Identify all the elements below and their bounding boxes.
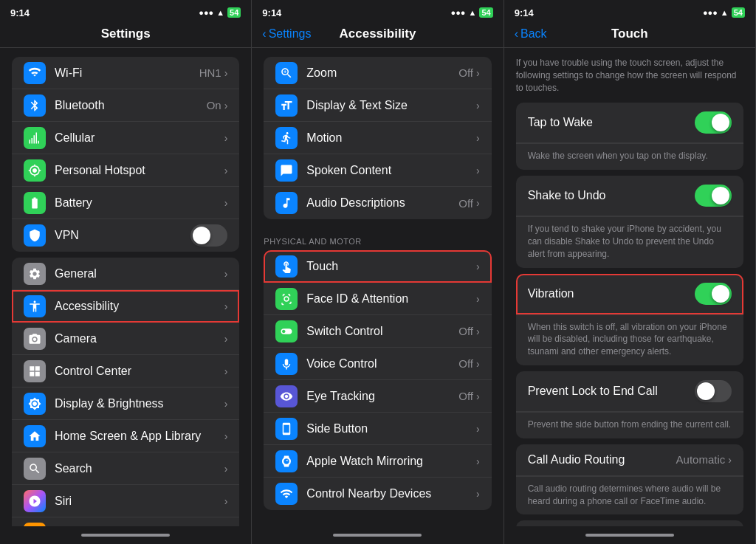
settings-row-search[interactable]: Search › bbox=[12, 452, 239, 485]
settings-row-cellular[interactable]: Cellular › bbox=[12, 122, 239, 154]
accessibility-scroll[interactable]: Zoom Off › Display & Text Size › bbox=[252, 48, 503, 526]
settings-row-bluetooth[interactable]: Bluetooth On › bbox=[12, 89, 239, 122]
settings-group-1: Wi-Fi HN1 › Bluetooth On › bbox=[0, 57, 251, 252]
settings-row-faceid[interactable]: Face ID & Attention › bbox=[264, 283, 491, 315]
vision-group: Zoom Off › Display & Text Size › bbox=[252, 57, 503, 219]
settings-row-siri[interactable]: Siri › bbox=[12, 485, 239, 517]
displaybright-label: Display & Brightness bbox=[55, 397, 164, 410]
settings-row-switchcontrol[interactable]: Switch Control Off › bbox=[264, 315, 491, 348]
panel-settings: 9:14 ●●● ▲ 54 Settings Wi-Fi HN1 › bbox=[0, 0, 252, 544]
tap-to-wake-group: Tap to Wake Wake the screen when you tap… bbox=[504, 103, 755, 170]
general-row-content: General › bbox=[55, 267, 227, 280]
wifi-value: HN1 › bbox=[199, 66, 228, 79]
back-button-3[interactable]: ‹ Back bbox=[515, 27, 547, 41]
settings-row-accessibility[interactable]: Accessibility › bbox=[12, 290, 239, 323]
settings-row-displaybright[interactable]: Display & Brightness › bbox=[12, 388, 239, 420]
tap-to-wake-row: Tap to Wake bbox=[516, 103, 743, 143]
settings-row-watchmirroring[interactable]: Apple Watch Mirroring › bbox=[264, 445, 491, 478]
settings-row-camera[interactable]: Camera › bbox=[12, 323, 239, 355]
cellular-row-content: Cellular › bbox=[55, 131, 227, 145]
tap-to-wake-label: Tap to Wake bbox=[528, 116, 593, 129]
settings-row-touch[interactable]: Touch › bbox=[264, 250, 491, 283]
page-title-2: Accessibility bbox=[340, 27, 416, 41]
wifi-icon: ▲ bbox=[216, 8, 224, 17]
search-icon-row bbox=[24, 458, 46, 480]
vibration-toggle[interactable] bbox=[695, 283, 732, 305]
settings-row-battery[interactable]: Battery › bbox=[12, 187, 239, 219]
shake-undo-toggle[interactable] bbox=[695, 185, 732, 207]
sidebutton-label: Side Button bbox=[306, 422, 368, 435]
faceid-icon-row bbox=[275, 288, 298, 310]
settings-row-voicecontrol[interactable]: Voice Control Off › bbox=[264, 348, 491, 380]
settings-row-spoken[interactable]: Spoken Content › bbox=[264, 154, 491, 187]
watchmirroring-label: Apple Watch Mirroring bbox=[306, 455, 423, 468]
callaudio-row[interactable]: Call Audio Routing Automatic › bbox=[516, 444, 743, 476]
wifi-icon-row bbox=[24, 62, 46, 84]
physical-motor-group: Touch › Face ID & Attention › bbox=[252, 250, 503, 510]
settings-row-general[interactable]: General › bbox=[12, 258, 239, 290]
back-button-2[interactable]: ‹ Settings bbox=[262, 27, 311, 41]
settings-row-zoom[interactable]: Zoom Off › bbox=[264, 57, 491, 89]
tap-to-wake-toggle[interactable] bbox=[695, 111, 732, 134]
watchmirroring-icon-row bbox=[275, 450, 298, 472]
eyetracking-icon-row bbox=[275, 385, 298, 407]
settings-row-sidebutton[interactable]: Side Button › bbox=[264, 413, 491, 445]
page-title-3: Touch bbox=[611, 27, 648, 41]
settings-row-standby[interactable]: StandBy › bbox=[12, 517, 239, 526]
preventlock-description: Prevent the side button from ending the … bbox=[516, 412, 743, 438]
settings-row-eyetracking[interactable]: Eye Tracking Off › bbox=[264, 380, 491, 413]
spoken-label: Spoken Content bbox=[306, 164, 391, 177]
displaytext-icon-row bbox=[275, 94, 298, 117]
switchcontrol-icon-row bbox=[275, 320, 298, 342]
status-icons-1: ●●● ▲ 54 bbox=[199, 7, 241, 18]
nav-header-2: ‹ Settings Accessibility bbox=[252, 24, 503, 47]
status-time-2: 9:14 bbox=[262, 7, 281, 18]
status-bar-1: 9:14 ●●● ▲ 54 bbox=[0, 0, 251, 24]
shake-undo-row: Shake to Undo bbox=[516, 176, 743, 216]
controlnearby-label: Control Nearby Devices bbox=[306, 487, 431, 500]
backtap-row[interactable]: Back Tap Off › bbox=[516, 520, 743, 526]
settings-row-audiodesc[interactable]: Audio Descriptions Off › bbox=[264, 187, 491, 219]
touch-scroll[interactable]: If you have trouble using the touch scre… bbox=[504, 48, 755, 526]
nav-header-1: Settings bbox=[0, 24, 251, 47]
zoom-icon-row bbox=[275, 62, 298, 84]
signal-icon-3: ●●● bbox=[703, 8, 718, 17]
back-label-3: Back bbox=[520, 27, 547, 41]
battery-badge-1: 54 bbox=[227, 7, 241, 18]
general-icon-row bbox=[24, 263, 46, 285]
settings-row-motion[interactable]: Motion › bbox=[264, 122, 491, 154]
cellular-icon-row bbox=[24, 127, 46, 149]
audiodesc-icon-row bbox=[275, 192, 298, 214]
settings-row-controlnearby[interactable]: Control Nearby Devices › bbox=[264, 478, 491, 510]
backtap-group: Back Tap Off › Double or triple tap on t… bbox=[504, 520, 755, 526]
settings-row-hotspot[interactable]: Personal Hotspot › bbox=[12, 154, 239, 187]
status-time-1: 9:14 bbox=[10, 7, 30, 18]
settings-row-wifi[interactable]: Wi-Fi HN1 › bbox=[12, 57, 239, 89]
preventlock-row: Prevent Lock to End Call bbox=[516, 371, 743, 412]
physical-motor-label: PHYSICAL AND MOTOR bbox=[252, 225, 503, 250]
vpn-toggle[interactable] bbox=[190, 224, 227, 247]
faceid-label: Face ID & Attention bbox=[306, 292, 408, 306]
settings-row-controlcenter[interactable]: Control Center › bbox=[12, 355, 239, 388]
preventlock-toggle[interactable] bbox=[695, 380, 732, 402]
back-chevron-3: ‹ bbox=[515, 27, 518, 41]
settings-row-homescreen[interactable]: Home Screen & App Library › bbox=[12, 420, 239, 452]
battery-badge-2: 54 bbox=[479, 7, 492, 18]
camera-label: Camera bbox=[55, 332, 97, 345]
settings-row-displaytext[interactable]: Display & Text Size › bbox=[264, 89, 491, 122]
accessibility-row-content: Accessibility › bbox=[55, 300, 227, 313]
settings-group-2: General › Accessibility › bbox=[0, 258, 251, 526]
preventlock-label: Prevent Lock to End Call bbox=[528, 385, 658, 398]
wifi-label: Wi-Fi bbox=[55, 66, 82, 80]
accessibility-icon-row bbox=[24, 295, 46, 317]
status-time-3: 9:14 bbox=[515, 7, 534, 18]
panel-accessibility: 9:14 ●●● ▲ 54 ‹ Settings Accessibility Z… bbox=[252, 0, 504, 544]
settings-row-vpn[interactable]: VPN bbox=[12, 219, 239, 252]
motion-label: Motion bbox=[306, 131, 342, 145]
general-label: General bbox=[55, 267, 97, 280]
search-label: Search bbox=[55, 462, 92, 475]
shake-undo-desc-text: If you tend to shake your iPhone by acci… bbox=[528, 223, 732, 260]
settings-scroll[interactable]: Wi-Fi HN1 › Bluetooth On › bbox=[0, 48, 251, 526]
touch-label: Touch bbox=[306, 260, 338, 273]
controlcenter-icon-row bbox=[24, 360, 46, 382]
